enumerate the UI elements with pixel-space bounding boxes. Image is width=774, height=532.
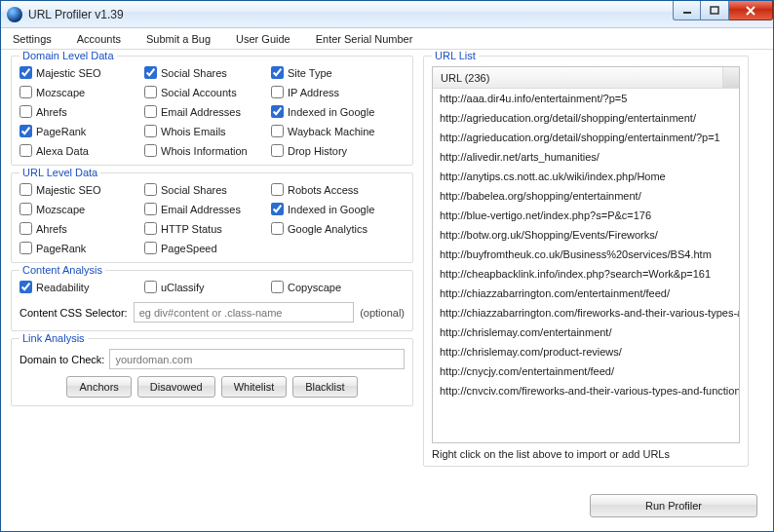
- domain-check-item: Whois Emails: [144, 125, 271, 137]
- domain-check-checkbox[interactable]: [19, 105, 32, 118]
- maximize-button[interactable]: [701, 1, 729, 20]
- link-blacklist-button[interactable]: Blacklist: [292, 376, 357, 398]
- content-check-item: Readability: [19, 281, 144, 293]
- domain-check-checkbox[interactable]: [144, 105, 157, 118]
- titlebar[interactable]: URL Profiler v1.39: [1, 1, 773, 28]
- domain-check-label: Indexed in Google: [288, 106, 374, 118]
- domain-check-item: Indexed in Google: [271, 105, 403, 118]
- url-check-checkbox[interactable]: [144, 183, 157, 196]
- domain-check-item: IP Address: [271, 86, 403, 98]
- menu-settings[interactable]: Settings: [7, 31, 58, 47]
- content-check-checkbox[interactable]: [271, 281, 284, 293]
- url-check-label: Ahrefs: [36, 223, 67, 235]
- url-check-checkbox[interactable]: [19, 183, 32, 196]
- domain-check-item: Social Accounts: [144, 86, 271, 98]
- app-window: URL Profiler v1.39 Settings Accounts Sub…: [0, 0, 774, 532]
- url-check-item: PageRank: [19, 242, 144, 254]
- domain-check-label: Whois Emails: [161, 126, 226, 137]
- domain-check-checkbox[interactable]: [271, 86, 284, 98]
- domain-check-item: Ahrefs: [19, 105, 144, 118]
- url-check-checkbox[interactable]: [271, 222, 284, 235]
- run-profiler-button[interactable]: Run Profiler: [590, 494, 757, 517]
- url-list-item[interactable]: http://anytips.cs.nott.ac.uk/wiki/index.…: [433, 167, 739, 186]
- menu-enter-serial[interactable]: Enter Serial Number: [310, 31, 419, 47]
- url-check-label: Majestic SEO: [36, 184, 101, 196]
- url-list-item[interactable]: http://agrieducation.org/detail/shopping…: [433, 108, 739, 128]
- domain-check-checkbox[interactable]: [19, 125, 32, 137]
- domain-check-item: PageRank: [19, 125, 144, 137]
- url-list-item[interactable]: http://chrislemay.com/product-reviews/: [433, 342, 739, 361]
- domain-check-checkbox[interactable]: [144, 66, 157, 79]
- minimize-button[interactable]: [673, 1, 701, 20]
- content-check-checkbox[interactable]: [19, 281, 32, 293]
- content-analysis-title: Content Analysis: [19, 264, 105, 276]
- menu-submit-bug[interactable]: Submit a Bug: [140, 31, 216, 47]
- url-check-label: Mozscape: [36, 204, 85, 215]
- url-list-item[interactable]: http://chrislemay.com/entertainment/: [433, 323, 739, 342]
- domain-check-checkbox[interactable]: [19, 86, 32, 98]
- url-check-checkbox[interactable]: [271, 203, 284, 215]
- content-check-label: uClassify: [161, 282, 205, 293]
- link-anchors-button[interactable]: Anchors: [66, 376, 131, 398]
- url-check-checkbox[interactable]: [19, 203, 32, 215]
- domain-check-checkbox[interactable]: [271, 105, 284, 118]
- domain-check-label: Domain to Check:: [19, 354, 104, 365]
- domain-check-label: Wayback Machine: [288, 126, 374, 137]
- url-check-checkbox[interactable]: [19, 222, 32, 235]
- url-list-item[interactable]: http://aaa.dir4u.info/entertainment/?p=5: [433, 89, 739, 108]
- domain-check-item: Majestic SEO: [19, 66, 144, 79]
- url-check-checkbox[interactable]: [144, 203, 157, 215]
- url-list-body[interactable]: http://aaa.dir4u.info/entertainment/?p=5…: [433, 89, 739, 442]
- url-list-item[interactable]: http://alivedir.net/arts_humanities/: [433, 147, 739, 167]
- url-list-header[interactable]: URL (236): [433, 67, 739, 89]
- domain-check-checkbox[interactable]: [271, 66, 284, 79]
- menu-accounts[interactable]: Accounts: [71, 31, 127, 47]
- url-list-item[interactable]: http://cnvciv.com/fireworks-and-their-va…: [433, 381, 739, 400]
- url-check-item: Email Addresses: [144, 203, 271, 215]
- url-list-item[interactable]: http://chiazzabarrington.com/fireworks-a…: [433, 303, 739, 323]
- url-check-item: Robots Access: [271, 183, 403, 196]
- domain-check-checkbox[interactable]: [271, 125, 284, 137]
- close-button[interactable]: [729, 1, 773, 20]
- domain-check-checkbox[interactable]: [144, 86, 157, 98]
- domain-check-checkbox[interactable]: [144, 144, 157, 157]
- link-disavowed-button[interactable]: Disavowed: [137, 376, 215, 398]
- url-list-item[interactable]: http://blue-vertigo.net/index.php?s=P&c=…: [433, 206, 739, 225]
- url-list-item[interactable]: http://babelea.org/shopping/entertainmen…: [433, 186, 739, 206]
- domain-check-input[interactable]: [109, 349, 405, 369]
- svg-rect-0: [683, 12, 691, 14]
- menubar: Settings Accounts Submit a Bug User Guid…: [1, 28, 773, 50]
- domain-check-item: Site Type: [271, 66, 403, 79]
- css-selector-input[interactable]: [134, 302, 354, 323]
- svg-rect-1: [711, 7, 718, 14]
- url-check-checkbox[interactable]: [144, 242, 157, 254]
- url-check-item: PageSpeed: [144, 242, 271, 254]
- link-whitelist-button[interactable]: Whitelist: [221, 376, 288, 398]
- menu-user-guide[interactable]: User Guide: [230, 31, 296, 47]
- url-check-checkbox[interactable]: [19, 242, 32, 254]
- url-check-label: Indexed in Google: [288, 204, 374, 215]
- url-list-item[interactable]: http://botw.org.uk/Shopping/Events/Firew…: [433, 225, 739, 245]
- url-list-item[interactable]: http://agrieducation.org/detail/shopping…: [433, 128, 739, 147]
- url-list-item[interactable]: http://cnycjy.com/entertainment/feed/: [433, 361, 739, 381]
- url-list-box[interactable]: URL (236) http://aaa.dir4u.info/entertai…: [432, 66, 740, 443]
- domain-check-label: Social Shares: [161, 67, 227, 79]
- content-analysis-group: Content Analysis ReadabilityuClassifyCop…: [11, 270, 413, 331]
- domain-check-checkbox[interactable]: [19, 66, 32, 79]
- domain-check-checkbox[interactable]: [271, 144, 284, 157]
- domain-check-checkbox[interactable]: [19, 144, 32, 157]
- url-level-group: URL Level Data Majestic SEOSocial Shares…: [11, 172, 413, 263]
- url-list-item[interactable]: http://buyfromtheuk.co.uk/Business%20ser…: [433, 245, 739, 264]
- url-check-checkbox[interactable]: [144, 222, 157, 235]
- domain-check-label: IP Address: [288, 87, 339, 98]
- domain-check-label: PageRank: [36, 126, 86, 137]
- content-check-checkbox[interactable]: [144, 281, 157, 293]
- url-check-checkbox[interactable]: [271, 183, 284, 196]
- domain-check-item: Drop History: [271, 144, 403, 157]
- content-check-item: uClassify: [144, 281, 271, 293]
- domain-check-checkbox[interactable]: [144, 125, 157, 137]
- url-list-item[interactable]: http://cheapbacklink.info/index.php?sear…: [433, 264, 739, 284]
- content-check-label: Readability: [36, 282, 89, 293]
- url-list-item[interactable]: http://chiazzabarrington.com/entertainme…: [433, 284, 739, 303]
- domain-check-item: Alexa Data: [19, 144, 144, 157]
